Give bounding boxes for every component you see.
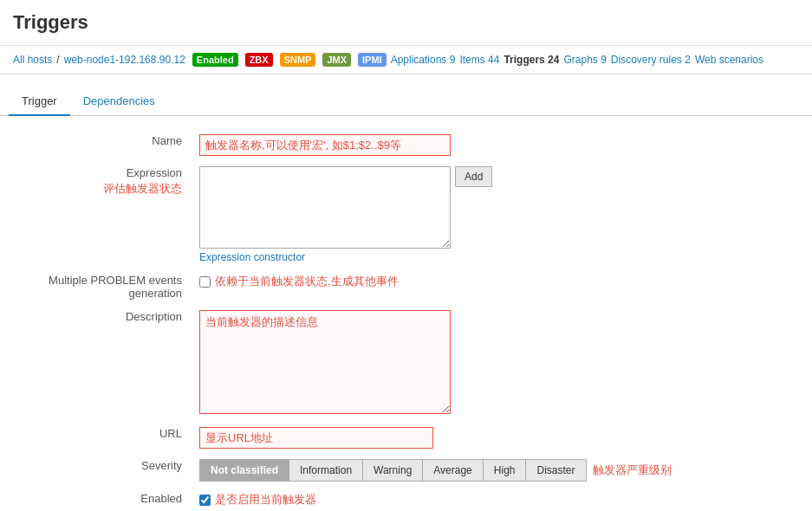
url-row: URL	[0, 422, 812, 454]
expression-textarea[interactable]	[199, 166, 451, 249]
badge-ipmi: IPMI	[358, 53, 387, 67]
sev-information[interactable]: Information	[289, 459, 363, 482]
expression-constructor-link[interactable]: Expression constructor	[199, 251, 803, 263]
enabled-cell: 是否启用当前触发器	[191, 487, 812, 511]
description-cell	[191, 305, 812, 422]
expression-wrap: Add	[199, 166, 803, 249]
breadcrumb-host[interactable]: web-node1-192.168.90.12	[64, 54, 185, 66]
severity-hint: 触发器严重级别	[593, 462, 672, 478]
name-row: Name	[0, 129, 812, 161]
severity-label: Severity	[0, 454, 191, 487]
severity-buttons: Not classified Information Warning Avera…	[199, 459, 803, 482]
description-label: Description	[0, 305, 191, 422]
content-area: Trigger Dependencies Name Expression 评估触…	[0, 74, 812, 511]
nav-discovery-rules[interactable]: Discovery rules 2	[611, 54, 691, 66]
nav-items-count: 44	[488, 54, 499, 66]
breadcrumb-sep: /	[56, 54, 59, 66]
expression-label: Expression 评估触发器状态	[0, 161, 191, 268]
tab-dependencies[interactable]: Dependencies	[70, 87, 168, 116]
description-row: Description	[0, 305, 812, 422]
breadcrumb-all-hosts[interactable]: All hosts	[13, 54, 52, 66]
badge-snmp: SNMP	[280, 53, 316, 67]
severity-cell: Not classified Information Warning Avera…	[191, 454, 812, 487]
nav-triggers[interactable]: Triggers 24	[503, 54, 559, 66]
sev-warning[interactable]: Warning	[362, 459, 423, 482]
description-textarea[interactable]	[199, 310, 451, 414]
tab-trigger[interactable]: Trigger	[9, 87, 70, 116]
add-button[interactable]: Add	[455, 166, 492, 187]
multiple-checkbox-row: 依赖于当前触发器状态,生成其他事件	[199, 274, 803, 289]
status-badge: Enabled	[192, 53, 238, 67]
url-input[interactable]	[199, 427, 433, 449]
badge-jmx: JMX	[322, 53, 351, 67]
nav-triggers-count: 24	[548, 54, 559, 66]
name-input[interactable]	[199, 134, 451, 156]
enabled-label: Enabled	[0, 487, 191, 511]
multiple-checkbox[interactable]	[199, 276, 211, 288]
multiple-row: Multiple PROBLEM events generation 依赖于当前…	[0, 268, 812, 305]
sev-high[interactable]: High	[483, 459, 527, 482]
nav-discovery-count: 2	[685, 54, 691, 66]
page-header: Triggers	[0, 0, 812, 46]
expression-cell: Add Expression constructor	[191, 161, 812, 268]
url-cell	[191, 422, 812, 454]
nav-applications[interactable]: Applications 9	[391, 54, 456, 66]
badge-zbx: ZBX	[245, 53, 273, 67]
nav-graphs[interactable]: Graphs 9	[563, 54, 606, 66]
multiple-hint: 依赖于当前触发器状态,生成其他事件	[215, 274, 399, 289]
tabs-row: Trigger Dependencies	[0, 87, 812, 116]
page-title: Triggers	[13, 7, 799, 38]
enabled-row: Enabled 是否启用当前触发器	[0, 487, 812, 511]
sev-disaster[interactable]: Disaster	[525, 459, 586, 482]
nav-graphs-count: 9	[601, 54, 607, 66]
nav-web-scenarios[interactable]: Web scenarios	[695, 54, 763, 66]
sev-average[interactable]: Average	[422, 459, 483, 482]
enabled-checkbox[interactable]	[199, 495, 211, 506]
sev-not-classified[interactable]: Not classified	[199, 459, 289, 482]
multiple-label: Multiple PROBLEM events generation	[0, 268, 191, 305]
nav-items[interactable]: Items 44	[459, 54, 499, 66]
enabled-hint: 是否启用当前触发器	[215, 492, 316, 508]
expression-hint: 评估触发器状态	[9, 181, 182, 197]
multiple-cell: 依赖于当前触发器状态,生成其他事件	[191, 268, 812, 305]
form-table: Name Expression 评估触发器状态 Add Expression c…	[0, 129, 812, 511]
enabled-checkbox-row: 是否启用当前触发器	[199, 492, 803, 508]
expression-row: Expression 评估触发器状态 Add Expression constr…	[0, 161, 812, 268]
severity-row: Severity Not classified Information Warn…	[0, 454, 812, 487]
url-label: URL	[0, 422, 191, 454]
name-cell	[191, 129, 812, 161]
nav-applications-count: 9	[450, 54, 456, 66]
name-label: Name	[0, 129, 191, 161]
breadcrumb: All hosts / web-node1-192.168.90.12 Enab…	[0, 46, 812, 74]
